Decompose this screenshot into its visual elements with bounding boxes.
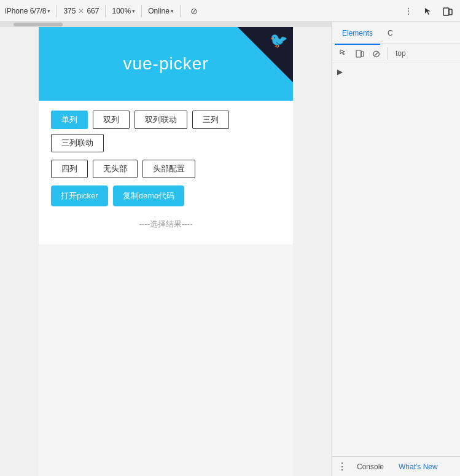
toolbar-left: iPhone 6/7/8 ▾ 375 ✕ 667 100% ▾ Online ▾… (5, 4, 397, 18)
svg-rect-2 (356, 50, 361, 57)
btn-no-header[interactable]: 无头部 (93, 160, 138, 178)
toolbar-dimensions: 375 ✕ 667 (63, 7, 99, 15)
block-requests-icon[interactable]: ⊘ (369, 47, 383, 60)
button-row-2: 四列 无头部 头部配置 (51, 160, 281, 178)
result-text: ----选择结果---- (51, 214, 281, 235)
tab-whats-new[interactable]: What's New (394, 458, 443, 477)
devtools-content: ▶ (332, 63, 460, 456)
devtools-panel: Elements C ⊘ top (332, 22, 460, 476)
toolbar-divider-1 (57, 5, 57, 17)
devtools-toolbar-divider (388, 47, 388, 60)
button-row-1: 单列 双列 双列联动 三列 三列联动 (51, 111, 281, 152)
device-frame: 🐦 vue-picker 单列 双列 双列联动 三列 三列联动 四列 (0, 27, 332, 476)
devtools-tabs: Elements C (332, 22, 460, 44)
dom-tree-arrow[interactable]: ▶ (337, 68, 343, 76)
network-chevron: ▾ (171, 8, 174, 14)
devtools-bottom-bar: ⋮ Console What's New (332, 456, 460, 476)
svg-rect-0 (443, 8, 449, 15)
btn-double-col[interactable]: 双列 (93, 111, 130, 129)
toolbar-divider-2 (105, 5, 106, 17)
toolbar-divider-4 (180, 5, 181, 17)
device-panel: 🐦 vue-picker 单列 双列 双列联动 三列 三列联动 四列 (0, 22, 332, 476)
btn-header-config[interactable]: 头部配置 (142, 160, 195, 178)
network-control[interactable]: Online ▾ (148, 7, 174, 15)
tab-console[interactable]: Console (352, 458, 389, 477)
bottom-bar-menu-icon[interactable]: ⋮ (337, 461, 347, 472)
toolbar-icons: ⋮ (401, 4, 455, 18)
app-title: vue-picker (123, 54, 208, 74)
copy-demo-button[interactable]: 复制demo代码 (113, 185, 185, 206)
zoom-value: 100% (112, 7, 131, 15)
toggle-device-toolbar-icon[interactable] (353, 47, 367, 60)
network-value: Online (148, 7, 170, 15)
header-bird-icon: 🐦 (270, 32, 288, 49)
breadcrumb: top (393, 49, 408, 58)
tab-elements[interactable]: Elements (335, 23, 380, 45)
scroll-area[interactable] (0, 22, 332, 27)
more-options-icon[interactable]: ⋮ (401, 4, 416, 18)
btn-single-col[interactable]: 单列 (51, 111, 88, 129)
btn-double-linked[interactable]: 双列联动 (134, 111, 187, 129)
phone-body (39, 244, 293, 476)
button-groups: 单列 双列 双列联动 三列 三列联动 四列 无头部 头部配置 打开picke (39, 101, 293, 244)
devtools-toolbar: ⊘ top (332, 44, 460, 63)
toolbar-divider-3 (141, 5, 142, 17)
device-chevron: ▾ (47, 8, 50, 14)
no-throttle-icon[interactable]: ⊘ (187, 4, 201, 18)
browser-toolbar: iPhone 6/7/8 ▾ 375 ✕ 667 100% ▾ Online ▾… (0, 0, 460, 22)
height-value: 667 (87, 7, 99, 15)
device-selector[interactable]: iPhone 6/7/8 ▾ (5, 7, 50, 15)
phone-content: 🐦 vue-picker 单列 双列 双列联动 三列 三列联动 四列 (39, 27, 293, 476)
main-area: 🐦 vue-picker 单列 双列 双列联动 三列 三列联动 四列 (0, 22, 460, 476)
device-name: iPhone 6/7/8 (5, 7, 46, 15)
inspect-element-icon[interactable] (337, 47, 351, 60)
action-row: 打开picker 复制demo代码 (51, 185, 281, 206)
open-picker-button[interactable]: 打开picker (51, 185, 108, 206)
btn-four-col[interactable]: 四列 (51, 160, 88, 178)
cursor-icon[interactable] (421, 4, 435, 18)
btn-triple-linked[interactable]: 三列联动 (51, 134, 104, 152)
toggle-device-icon[interactable] (440, 4, 455, 18)
zoom-chevron: ▾ (132, 8, 135, 14)
dimension-separator: ✕ (78, 7, 84, 15)
svg-rect-1 (449, 9, 452, 15)
zoom-control[interactable]: 100% ▾ (112, 7, 135, 15)
app-header: 🐦 vue-picker (39, 27, 293, 101)
tab-c[interactable]: C (380, 23, 400, 45)
btn-triple-col[interactable]: 三列 (192, 111, 229, 129)
svg-rect-3 (361, 52, 364, 57)
scroll-thumb[interactable] (14, 23, 63, 26)
width-value: 375 (63, 7, 76, 15)
